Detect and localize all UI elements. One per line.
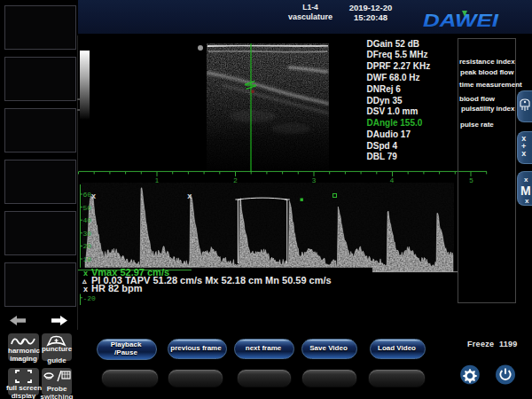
svg-text:x: x xyxy=(83,285,88,293)
svg-text:-20: -20 xyxy=(83,294,97,302)
svg-text:DAWEI: DAWEI xyxy=(423,10,499,30)
svg-text:x: x xyxy=(187,192,192,200)
svg-text:x: x xyxy=(83,269,88,278)
svg-text:HR 82 bpm: HR 82 bpm xyxy=(91,283,143,293)
svg-text:20: 20 xyxy=(83,242,92,250)
svg-text:10: 10 xyxy=(83,255,92,263)
svg-text:40: 40 xyxy=(83,216,92,224)
svg-text:30: 30 xyxy=(83,230,92,238)
svg-text:50: 50 xyxy=(83,204,92,212)
svg-text:60: 60 xyxy=(83,191,92,199)
svg-text:x: x xyxy=(91,192,96,200)
